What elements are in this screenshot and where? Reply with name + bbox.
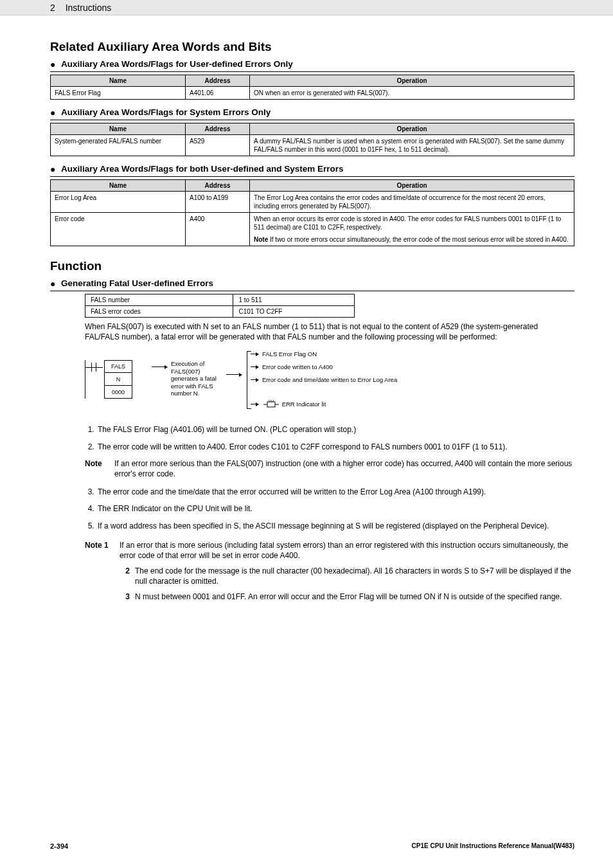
arrow-icon <box>251 379 258 380</box>
col-name: Name <box>51 75 186 87</box>
list-item: If a word address has been specified in … <box>96 521 574 531</box>
diagram-line-2: Error code written to A400 <box>262 363 333 370</box>
col-address: Address <box>186 123 250 135</box>
chapter-number: 2 <box>50 3 55 13</box>
note-row: Note 1 If an error that is more serious … <box>85 540 574 561</box>
table-row: FALS Error Flag A401.06 ON when an error… <box>51 87 574 100</box>
note-row: 2 The end code for the message is the nu… <box>85 566 574 586</box>
table-header-row: Name Address Operation <box>51 123 574 135</box>
note-text: If an error that is more serious (includ… <box>120 540 574 561</box>
arrow-icon <box>152 366 167 367</box>
table-user-errors: Name Address Operation FALS Error Flag A… <box>50 75 574 100</box>
arrow-icon <box>251 404 258 404</box>
cell-op-line1: When an error occurs its error code is s… <box>254 215 570 231</box>
subsection-both-errors: ● Auxiliary Area Words/Flags for both Us… <box>50 163 574 177</box>
col-operation: Operation <box>250 123 574 135</box>
bullet-icon: ● <box>50 164 55 174</box>
diagram-exec-text: Execution of FALS(007) generates a fatal… <box>171 360 226 397</box>
note-number: 3 <box>120 592 130 602</box>
subsection-title: Auxiliary Area Words/Flags for System Er… <box>61 107 271 117</box>
note-text: N must between 0001 and 01FF. An error w… <box>135 592 574 602</box>
cell-address: A400 <box>186 213 250 246</box>
col-name: Name <box>51 180 186 192</box>
diagram-line-3: Error code and time/date written to Erro… <box>262 376 397 383</box>
cell-name: System-generated FAL/FALS number <box>51 135 186 156</box>
note-label: Note <box>254 236 268 243</box>
arrow-icon <box>251 366 258 367</box>
section-title-related: Related Auxiliary Area Words and Bits <box>50 40 574 54</box>
list-item: The FALS Error Flag (A401.06) will be tu… <box>96 424 574 435</box>
subsection-system-errors: ● Auxiliary Area Words/Flags for System … <box>50 106 574 120</box>
table-header-row: Name Address Operation <box>51 75 574 87</box>
note-text: The end code for the message is the null… <box>135 566 574 586</box>
numbered-list-a: The FALS Error Flag (A401.06) will be tu… <box>85 424 574 451</box>
note-number: 2 <box>120 566 130 586</box>
note-spacer <box>85 566 120 586</box>
arrow-icon <box>251 354 258 354</box>
col-address: Address <box>186 75 250 87</box>
instruction-block: FALS N 0000 <box>104 360 132 399</box>
col-operation: Operation <box>250 75 574 87</box>
cell-address: A529 <box>186 135 250 156</box>
note-block: Note If an error more serious than the F… <box>85 458 574 479</box>
page: 2 Instructions Related Auxiliary Area Wo… <box>0 0 613 868</box>
ladder-diagram: FALS N 0000 Execution of FALS(007) gener… <box>85 348 574 418</box>
subsection-title: Auxiliary Area Words/Flags for User-defi… <box>61 59 293 69</box>
list-item: The error code and the time/date that th… <box>96 487 574 497</box>
note-label: Note 1 <box>85 540 120 561</box>
cell-address: A401.06 <box>186 87 250 100</box>
page-footer: 2-394 CP1E CPU Unit Instructions Referen… <box>0 842 613 850</box>
list-item: The ERR Indicator on the CPU Unit will b… <box>96 503 574 514</box>
bullet-icon: ● <box>50 59 55 69</box>
chapter-header: 2 Instructions <box>0 0 613 15</box>
note-body: If an error more serious than the FALS(0… <box>114 458 574 479</box>
cell-address: A100 to A199 <box>186 192 250 213</box>
cell-name: FALS Error Flag <box>51 87 186 100</box>
cell-name: Error Log Area <box>51 192 186 213</box>
ladder-contact-icon <box>89 363 99 372</box>
chapter-title: Instructions <box>66 3 112 13</box>
chapter-label: 2 Instructions <box>50 3 111 13</box>
paragraph-intro: When FALS(007) is executed with N set to… <box>85 321 574 342</box>
table-row: FALS error codes C101 TO C2FF <box>85 306 355 318</box>
cell-name: Error code <box>51 213 186 246</box>
note-text: If two or more errors occur simultaneous… <box>268 236 568 243</box>
diagram-line-4: ERR Indicator lit <box>262 400 326 409</box>
table-header-row: Name Address Operation <box>51 180 574 192</box>
cell-value: 1 to 511 <box>233 294 355 306</box>
cell-operation: ON when an error is generated with FALS(… <box>250 87 574 100</box>
section-title-function: Function <box>50 259 574 273</box>
note-spacer <box>85 592 120 602</box>
content-area: Related Auxiliary Area Words and Bits ● … <box>0 15 613 602</box>
section-function: Function ● Generating Fatal User-defined… <box>50 259 574 602</box>
list-item: The error code will be written to A400. … <box>96 442 574 452</box>
col-name: Name <box>51 123 186 135</box>
cell-operation: When an error occurs its error code is s… <box>250 213 574 246</box>
table-fals-codes: FALS number 1 to 511 FALS error codes C1… <box>85 294 355 318</box>
table-row: Error code A400 When an error occurs its… <box>51 213 574 246</box>
cell-label: FALS error codes <box>85 306 233 318</box>
subsection-user-errors: ● Auxiliary Area Words/Flags for User-de… <box>50 58 574 72</box>
block-fals: FALS <box>104 360 132 373</box>
note-row: 3 N must between 0001 and 01FF. An error… <box>85 592 574 602</box>
note-label: Note <box>85 458 114 479</box>
table-row: FALS number 1 to 511 <box>85 294 355 306</box>
cell-label: FALS number <box>85 294 233 306</box>
table-row: System-generated FAL/FALS number A529 A … <box>51 135 574 156</box>
subsection-title: Auxiliary Area Words/Flags for both User… <box>61 164 344 174</box>
table-both-errors: Name Address Operation Error Log Area A1… <box>50 179 574 246</box>
subsection-title: Generating Fatal User-defined Errors <box>61 278 213 288</box>
err-indicator-icon <box>262 400 280 409</box>
ladder-rail <box>85 360 85 399</box>
manual-title: CP1E CPU Unit Instructions Reference Man… <box>412 842 574 850</box>
bracket-icon <box>247 351 247 409</box>
diagram-line-4-text: ERR Indicator lit <box>282 401 326 408</box>
cell-operation: A dummy FAL/FALS number is used when a s… <box>250 135 574 156</box>
bullet-icon: ● <box>50 278 55 289</box>
bullet-icon: ● <box>50 107 55 118</box>
arrow-icon <box>226 374 242 375</box>
svg-rect-1 <box>267 402 275 407</box>
col-operation: Operation <box>250 180 574 192</box>
cell-value: C101 TO C2FF <box>233 306 355 318</box>
table-system-errors: Name Address Operation System-generated … <box>50 123 574 156</box>
